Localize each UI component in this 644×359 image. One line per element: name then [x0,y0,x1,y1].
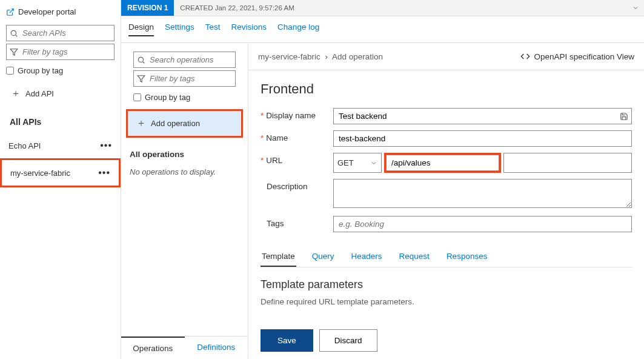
left-sidebar: Developer portal Group by tag ＋ Add API … [0,0,121,359]
required-indicator: * [261,111,264,120]
display-name-input[interactable] [333,108,632,124]
display-name-label: Display name [266,111,316,120]
plus-icon: ＋ [136,117,146,130]
http-method-select[interactable]: GET [333,153,382,173]
svg-marker-3 [10,49,18,55]
api-item-label: my-service-fabric [10,169,70,178]
name-input[interactable] [333,130,632,147]
breadcrumb-page: Add operation [332,52,383,61]
tab-settings[interactable]: Settings [165,22,194,36]
api-item-my-service-fabric[interactable]: my-service-fabric ••• [0,158,121,187]
search-operations-input[interactable] [133,52,236,68]
developer-portal-label: Developer portal [18,7,76,16]
revision-bar: REVISION 1 CREATED Jan 22, 2021, 9:57:26… [121,0,644,16]
openapi-spec-view-link[interactable]: OpenAPI specification View [520,52,634,61]
ops-group-by-tag-row[interactable]: Group by tag [127,89,242,106]
template-parameters-description: Define required URL template parameters. [261,297,632,306]
tags-input[interactable] [333,216,632,232]
bottom-tab-operations[interactable]: Operations [121,337,185,359]
description-label: Description [267,182,308,191]
sub-tab-responses[interactable]: Responses [445,247,489,267]
more-icon[interactable]: ••• [98,167,110,178]
sub-tab-headers[interactable]: Headers [350,247,383,267]
revision-badge: REVISION 1 [121,0,174,16]
api-item-echo[interactable]: Echo API ••• [0,133,121,158]
http-method-value: GET [337,158,354,167]
external-link-icon [6,8,15,16]
bottom-tab-definitions[interactable]: Definitions [185,337,248,359]
tab-test[interactable]: Test [205,22,221,36]
group-by-tag-checkbox-row[interactable]: Group by tag [0,62,121,79]
ops-group-by-tag-checkbox[interactable] [133,93,141,101]
breadcrumb: my-service-fabric › Add operation [258,52,383,61]
action-buttons: Save Discard [248,322,644,359]
template-table-header: NAME DESCRIPTION TYPE VALUES [261,317,632,322]
ops-group-by-tag-label: Group by tag [145,93,190,102]
url-path-input[interactable] [386,155,499,171]
add-api-button[interactable]: ＋ Add API [0,79,121,109]
openapi-label: OpenAPI specification View [534,52,634,61]
frontend-heading: Frontend [261,81,632,97]
group-by-tag-checkbox[interactable] [6,67,14,75]
svg-point-1 [11,30,16,35]
bottom-tabs: Operations Definitions [121,336,248,359]
svg-line-2 [16,35,18,36]
save-button[interactable]: Save [261,329,313,352]
required-indicator: * [261,133,264,143]
breadcrumb-separator: › [325,52,328,61]
url-rest-input[interactable] [503,153,632,173]
add-operation-label: Add operation [151,119,200,128]
description-textarea[interactable] [333,179,632,208]
sub-tab-request[interactable]: Request [398,247,431,267]
all-operations-title: All operations [127,141,242,165]
name-label: Name [266,133,288,143]
save-icon[interactable] [620,112,628,121]
tab-design[interactable]: Design [128,22,154,36]
more-icon[interactable]: ••• [100,140,112,151]
group-by-tag-label: Group by tag [18,66,63,75]
code-icon [520,52,530,61]
breadcrumb-api: my-service-fabric [258,52,320,61]
svg-point-4 [138,57,143,62]
tags-label: Tags [267,219,284,228]
filter-icon [137,75,145,83]
add-api-label: Add API [25,89,54,98]
svg-line-0 [10,8,13,12]
svg-line-5 [143,61,145,63]
all-apis-title: All APIs [0,109,121,133]
operation-sub-tabs: Template Query Headers Request Responses [261,247,632,267]
template-parameters-heading: Template parameters [261,278,632,291]
sub-tab-query[interactable]: Query [311,247,336,267]
chevron-down-icon [370,159,377,167]
main-panel: my-service-fabric › Add operation OpenAP… [248,43,644,359]
top-tabs: Design Settings Test Revisions Change lo… [121,16,644,43]
filter-icon [10,48,18,56]
revision-created-text: CREATED Jan 22, 2021, 9:57:26 AM [174,1,632,15]
tab-revisions[interactable]: Revisions [231,22,267,36]
api-item-label: Echo API [8,141,41,150]
add-operation-button[interactable]: ＋ Add operation [126,109,243,138]
search-apis-input[interactable] [6,25,115,41]
developer-portal-link[interactable]: Developer portal [0,5,121,19]
plus-icon: ＋ [11,87,21,100]
filter-tags-input[interactable] [6,44,115,60]
no-operations-text: No operations to display. [127,165,242,179]
sub-tab-template[interactable]: Template [261,247,296,267]
svg-marker-6 [138,75,145,82]
search-icon [137,56,145,64]
operations-panel: Group by tag ＋ Add operation All operati… [121,43,248,359]
chevron-down-icon[interactable] [632,4,639,12]
url-label: URL [266,156,282,165]
tab-changelog[interactable]: Change log [277,22,319,36]
search-icon [10,29,18,38]
discard-button[interactable]: Discard [319,329,377,352]
required-indicator: * [261,156,264,165]
filter-operations-tags-input[interactable] [133,70,236,87]
